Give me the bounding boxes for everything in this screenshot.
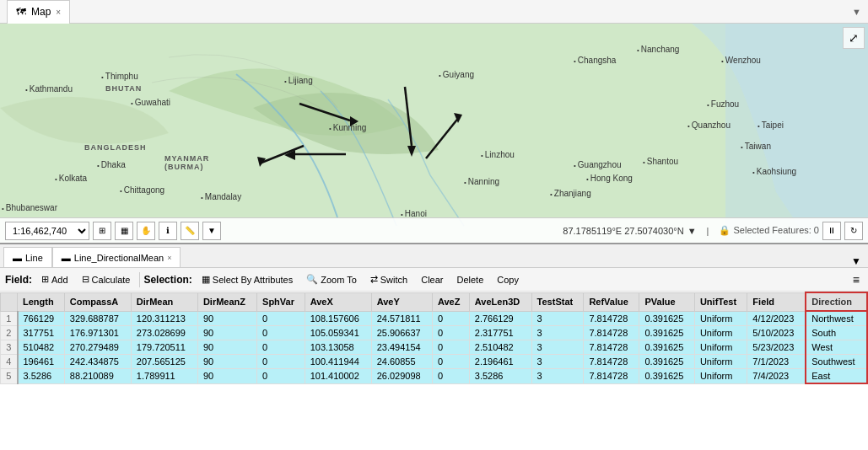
coord-display: 87.1785119°E 27.5074030°N ▼ — [563, 226, 696, 236]
label-guangzhou: Guangzhou — [574, 160, 622, 169]
label-guiyang: Guiyang — [439, 70, 474, 79]
label-bhutan: BHUTAN — [105, 84, 142, 93]
svg-marker-5 — [407, 146, 416, 157]
select-by-attributes-button[interactable]: ▦ Select By Attributes — [196, 271, 299, 289]
cell-aveLen3D: 2.766129 — [469, 311, 531, 326]
col-pValue: PValue — [639, 292, 694, 311]
add-field-button[interactable]: ⊞ Add — [35, 271, 74, 289]
zoom-full-btn[interactable]: ⊞ — [93, 222, 111, 240]
col-aveX: AveX — [305, 292, 371, 311]
cell-rownum: 2 — [1, 326, 18, 340]
cell-sphVar: 0 — [257, 326, 305, 340]
cell-aveZ: 0 — [432, 311, 469, 326]
col-dirMean: DirMean — [131, 292, 197, 311]
label-linzhou: Linzhou — [481, 150, 515, 159]
table-tab-menu[interactable]: ▼ — [851, 255, 865, 267]
label-wenzhou: Wenzhou — [721, 56, 761, 65]
map-background: Kathmandu Thimphu BHUTAN Guwahati BANGLA… — [0, 24, 868, 243]
cell-sphVar: 0 — [257, 369, 305, 384]
label-chittagong: Chittagong — [120, 185, 164, 195]
toolbar-separator-1 — [139, 272, 140, 287]
map-tab-label: Map — [31, 6, 51, 18]
copy-button[interactable]: Copy — [491, 271, 525, 289]
zoom-to-button[interactable]: 🔍 Zoom To — [300, 271, 363, 289]
cell-dirMeanZ: 90 — [197, 340, 256, 355]
cell-aveX: 100.411944 — [305, 355, 371, 369]
more-tools-btn[interactable]: ▼ — [202, 222, 221, 240]
cell-rownum: 5 — [1, 369, 18, 384]
zoom-icon: 🔍 — [306, 274, 318, 285]
cell-dirMean: 1.789911 — [131, 369, 197, 384]
cell-aveX: 105.059341 — [305, 326, 371, 340]
cell-refValue: 7.814728 — [584, 340, 639, 355]
cell-field: 7/1/2023 — [747, 355, 806, 369]
cell-unifTest: Uniform — [694, 340, 747, 355]
cell-refValue: 7.814728 — [584, 355, 639, 369]
cell-pValue: 0.391625 — [639, 355, 694, 369]
svg-marker-9 — [284, 150, 295, 160]
identify-btn[interactable]: ℹ — [159, 222, 177, 240]
table-toolbar: Field: ⊞ Add ⊟ Calculate Selection: ▦ Se… — [0, 268, 868, 292]
data-table-wrapper[interactable]: Length CompassA DirMean DirMeanZ SphVar … — [0, 292, 868, 450]
cell-rownum: 1 — [1, 311, 18, 326]
label-bhubaneswar: Bhubaneswar — [2, 203, 57, 212]
table-menu-button[interactable]: ≡ — [849, 273, 863, 287]
cell-compassA: 88.210089 — [64, 369, 131, 384]
cell-unifTest: Uniform — [694, 355, 747, 369]
map-tab[interactable]: 🗺 Map × — [7, 0, 70, 24]
map-expand-icon[interactable]: ⤢ — [843, 27, 865, 49]
cell-testStat: 3 — [531, 369, 584, 384]
calculate-button[interactable]: ⊟ Calculate — [76, 271, 137, 289]
selection-label: Selection: — [143, 274, 191, 286]
cell-aveZ: 0 — [432, 355, 469, 369]
table-header-row: Length CompassA DirMean DirMeanZ SphVar … — [1, 292, 868, 311]
table-row[interactable]: 1766129329.688787120.311213900108.157606… — [1, 311, 868, 326]
cell-aveX: 103.13058 — [305, 340, 371, 355]
col-testStat: TestStat — [531, 292, 584, 311]
cell-pValue: 0.391625 — [639, 369, 694, 384]
cell-dirMean: 273.028699 — [131, 326, 197, 340]
measure-btn[interactable]: 📏 — [181, 222, 199, 240]
cell-pValue: 0.391625 — [639, 340, 694, 355]
table-row[interactable]: 4196461242.434875207.565125900100.411944… — [1, 355, 868, 369]
table-tab-bar: ▬ Line ▬ Line_DirectionalMean × ▼ — [0, 244, 868, 268]
delete-button[interactable]: Delete — [450, 271, 489, 289]
label-mandalay: Mandalay — [201, 192, 241, 201]
cell-direction: Northwest — [806, 311, 867, 326]
cell-testStat: 3 — [531, 326, 584, 340]
cell-dirMeanZ: 90 — [197, 369, 256, 384]
attribute-table-section: ▬ Line ▬ Line_DirectionalMean × ▼ Field:… — [0, 243, 868, 450]
label-changsha: Changsha — [574, 56, 616, 65]
cell-length: 510482 — [18, 340, 65, 355]
cell-pValue: 0.391625 — [639, 326, 694, 340]
cell-aveLen3D: 2.196461 — [469, 355, 531, 369]
tab-line[interactable]: ▬ Line — [3, 247, 52, 267]
cell-field: 7/4/2023 — [747, 369, 806, 384]
zoom-layer-btn[interactable]: ▦ — [115, 222, 133, 240]
table-row[interactable]: 53.528688.2100891.789911900101.41000226.… — [1, 369, 868, 384]
pan-btn[interactable]: ✋ — [137, 222, 155, 240]
clear-button[interactable]: Clear — [415, 271, 449, 289]
cell-sphVar: 0 — [257, 355, 305, 369]
cell-dirMeanZ: 90 — [197, 311, 256, 326]
scale-selector[interactable]: 1:16,462,740 — [5, 222, 89, 240]
map-tab-close[interactable]: × — [56, 8, 61, 17]
cell-unifTest: Uniform — [694, 326, 747, 340]
directional-tab-icon: ▬ — [62, 253, 71, 263]
directional-tab-close[interactable]: × — [167, 254, 171, 262]
coord-dropdown[interactable]: ▼ — [687, 226, 697, 236]
pause-btn[interactable]: ⏸ — [822, 222, 841, 240]
selected-features-label: | — [707, 226, 709, 236]
switch-button[interactable]: ⇄ Switch — [364, 271, 413, 289]
table-row[interactable]: 2317751176.971301273.028699900105.059341… — [1, 326, 868, 340]
directional-tab-label: Line_DirectionalMean — [74, 253, 164, 263]
col-dirMeanZ: DirMeanZ — [197, 292, 256, 311]
cell-rownum: 3 — [1, 340, 18, 355]
refresh-btn[interactable]: ↻ — [844, 222, 863, 240]
label-lijiang: Lijiang — [284, 76, 313, 85]
table-row[interactable]: 3510482270.279489179.720511900103.130582… — [1, 340, 868, 355]
tab-line-directional-mean[interactable]: ▬ Line_DirectionalMean × — [52, 247, 181, 267]
col-length: Length — [18, 292, 65, 311]
cell-aveX: 101.410002 — [305, 369, 371, 384]
label-nanchang: Nanchang — [637, 45, 679, 54]
